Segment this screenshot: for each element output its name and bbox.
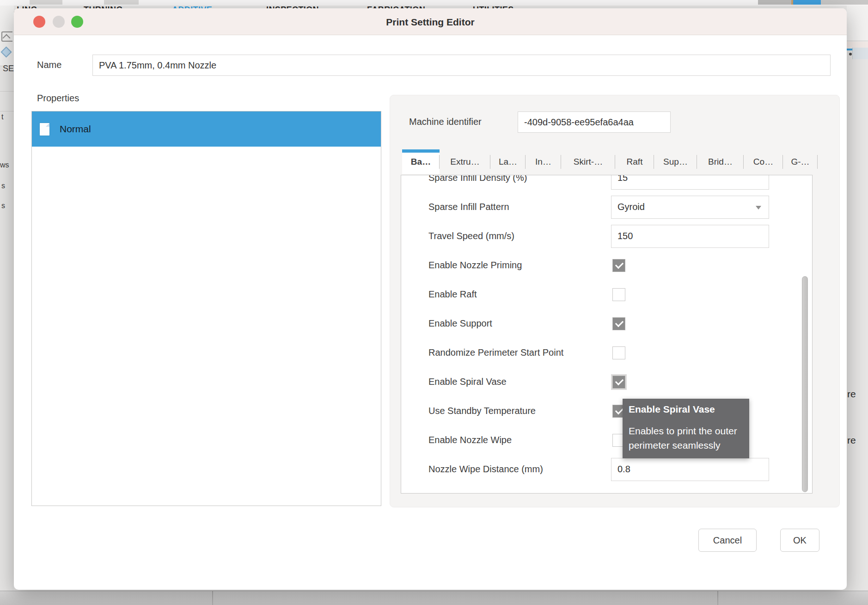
tab-raft[interactable]: Raft [615, 149, 654, 174]
setting-input[interactable]: 0.8 [611, 458, 769, 481]
setting-label: Sparse Infill Pattern [428, 202, 509, 212]
setting-checkbox[interactable] [612, 376, 625, 389]
settings-row: Randomize Perimeter Start Point [401, 338, 812, 367]
tab-label: Raft [627, 157, 643, 167]
properties-item-label: Normal [60, 123, 91, 135]
divider [212, 591, 213, 605]
setting-label: Sparse Infill Density (%) [428, 175, 527, 183]
properties-label: Properties [37, 93, 79, 104]
background-text-fragment: ws [0, 161, 9, 169]
tab-label: Extru… [450, 157, 479, 167]
name-input-value: PVA 1.75mm, 0.4mm Nozzle [99, 60, 216, 71]
tab-label: Skirt-… [574, 157, 603, 167]
setting-label: Randomize Perimeter Start Point [428, 347, 563, 358]
dot-icon [849, 53, 852, 56]
tab-g-[interactable]: G-… [783, 149, 818, 174]
tab-brid[interactable]: Brid… [697, 149, 744, 174]
settings-panel: Machine identifier -409d-9058-ee95efa6a4… [390, 95, 840, 507]
dialog-title: Print Setting Editor [14, 17, 847, 28]
name-input[interactable]: PVA 1.75mm, 0.4mm Nozzle [92, 55, 831, 76]
background-status-bar [0, 591, 868, 605]
setting-dropdown[interactable]: Gyroid [611, 196, 769, 219]
dialog-titlebar[interactable]: Print Setting Editor [14, 8, 847, 35]
settings-tab-bar: Ba…Extru…La…In…Skirt-…RaftSup…Brid…Co…G-… [390, 149, 839, 174]
tab-sup[interactable]: Sup… [654, 149, 697, 174]
background-text-fragment: t [1, 113, 3, 121]
document-icon [40, 123, 49, 136]
vertical-scrollbar[interactable] [802, 276, 808, 492]
background-text-fragment: s [1, 202, 5, 210]
tab-label: Sup… [663, 157, 688, 167]
image-icon [1, 31, 12, 42]
setting-label: Nozzle Wipe Distance (mm) [428, 464, 543, 475]
background-text-fragment: SE [3, 64, 14, 74]
settings-row: Enable Support [401, 309, 812, 338]
settings-row: Sparse Infill PatternGyroid [401, 192, 812, 222]
name-label: Name [37, 60, 61, 70]
machine-identifier-input[interactable]: -409d-9058-ee95efa6a4aa [518, 111, 671, 133]
background-text-fragment: s [1, 182, 5, 190]
divider [847, 41, 868, 41]
machine-identifier-value: -409d-9058-ee95efa6a4aa [524, 117, 634, 128]
machine-identifier-label: Machine identifier [409, 117, 482, 127]
setting-dropdown-value: Gyroid [617, 202, 645, 212]
tab-label: Ba… [411, 157, 431, 167]
divider [0, 91, 14, 92]
setting-label: Enable Support [428, 318, 492, 329]
ok-button[interactable]: OK [780, 529, 819, 552]
setting-label: Enable Nozzle Priming [428, 260, 522, 271]
settings-scroll-area: Sparse Infill Density (%)15Sparse Infill… [401, 175, 813, 494]
background-panel-fragment [852, 48, 868, 59]
background-right-panel: rere [847, 6, 868, 591]
print-setting-editor-dialog: Print Setting Editor Name PVA 1.75mm, 0.… [14, 8, 847, 590]
settings-row: Use Standby Temperature [401, 396, 812, 426]
settings-row: Enable Raft [401, 280, 812, 309]
setting-input-value: 15 [617, 175, 628, 183]
setting-label: Travel Speed (mm/s) [428, 231, 514, 241]
properties-list-item[interactable]: Normal [32, 111, 381, 147]
settings-rows: Sparse Infill Density (%)15Sparse Infill… [401, 175, 812, 484]
tooltip-body: Enables to print the outer perimeter sea… [629, 424, 743, 452]
setting-checkbox[interactable] [612, 259, 625, 272]
properties-list: Normal [31, 111, 381, 506]
active-tab-indicator [402, 149, 440, 153]
tooltip-title: Enable Spiral Vase [629, 403, 743, 415]
tab-la[interactable]: La… [490, 149, 526, 174]
tab-ba[interactable]: Ba… [402, 149, 440, 174]
tab-extru[interactable]: Extru… [440, 149, 490, 174]
settings-row: Nozzle Wipe Distance (mm)0.8 [401, 455, 812, 484]
setting-input-value: 0.8 [617, 464, 630, 475]
tab-separator [817, 155, 818, 169]
diamond-icon [0, 46, 12, 57]
background-left-panel: SEtwsss [0, 6, 14, 591]
tooltip: Enable Spiral Vase Enables to print the … [623, 399, 749, 458]
setting-label: Enable Raft [428, 289, 477, 300]
setting-label: Use Standby Temperature [428, 406, 536, 416]
settings-row: Travel Speed (mm/s)150 [401, 222, 812, 251]
settings-row: Enable Spiral Vase [401, 367, 812, 396]
setting-input-value: 150 [617, 231, 633, 241]
tab-label: La… [499, 157, 517, 167]
tab-in[interactable]: In… [526, 149, 561, 174]
tab-label: Co… [753, 157, 773, 167]
settings-row: Enable Nozzle Wipe [401, 426, 812, 455]
divider [717, 591, 718, 605]
divider [0, 111, 14, 111]
setting-checkbox[interactable] [612, 288, 625, 301]
settings-row: Enable Nozzle Priming [401, 251, 812, 280]
tab-skirt-[interactable]: Skirt-… [561, 149, 615, 174]
cancel-button[interactable]: Cancel [698, 529, 757, 552]
setting-label: Enable Spiral Vase [428, 377, 507, 387]
chevron-down-icon [756, 206, 761, 210]
tab-label: Brid… [708, 157, 733, 167]
tab-label: In… [535, 157, 551, 167]
setting-input[interactable]: 150 [611, 225, 769, 248]
background-text-fragment: re [847, 389, 856, 400]
tab-co[interactable]: Co… [744, 149, 783, 174]
setting-checkbox[interactable] [612, 317, 625, 330]
setting-checkbox[interactable] [612, 346, 625, 359]
background-text-fragment: re [847, 435, 856, 446]
tab-label: G-… [791, 157, 809, 167]
setting-label: Enable Nozzle Wipe [428, 435, 512, 445]
setting-input[interactable]: 15 [611, 175, 769, 190]
